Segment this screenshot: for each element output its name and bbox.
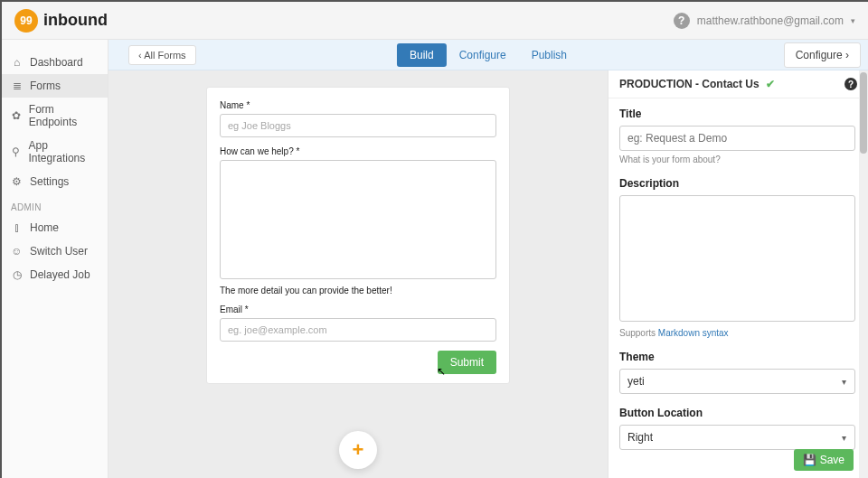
caret-down-icon[interactable]: ▾ <box>851 16 855 25</box>
title-hint: What is your form about? <box>619 155 855 164</box>
sidebar-item-label: Delayed Job <box>30 268 90 281</box>
user-email[interactable]: matthew.rathbone@gmail.com <box>697 14 844 27</box>
title-input[interactable] <box>619 126 855 151</box>
button-location-select[interactable]: Right <box>619 425 855 450</box>
sidebar-item-form-endpoints[interactable]: ✿Form Endpoints <box>2 98 108 134</box>
description-hint: Supports Markdown syntax <box>619 328 855 338</box>
save-icon: 💾 <box>803 454 816 466</box>
tab-configure[interactable]: Configure <box>447 43 519 67</box>
theme-label: Theme <box>619 351 855 363</box>
canvas: Name * How can we help? * The more detai… <box>108 70 608 478</box>
tab-build[interactable]: Build <box>397 43 447 67</box>
description-label: Description <box>619 177 855 190</box>
inspector-title-text: PRODUCTION - Contact Us <box>619 78 760 90</box>
hint-prefix: Supports <box>619 328 658 338</box>
field-label-text: Name <box>220 100 244 110</box>
theme-select[interactable]: yeti <box>619 369 855 394</box>
sidebar-item-settings[interactable]: ⚙Settings <box>2 170 108 193</box>
sidebar-item-label: Form Endpoints <box>29 103 99 128</box>
brand-badge: 99 <box>14 9 38 33</box>
gear-icon: ⚙ <box>11 175 23 188</box>
description-textarea[interactable] <box>619 195 855 322</box>
sidebar-item-app-integrations[interactable]: ⚲App Integrations <box>2 134 108 170</box>
sidebar-item-label: Dashboard <box>30 56 83 69</box>
list-icon: ≣ <box>11 80 23 92</box>
sidebar-item-admin-home[interactable]: ⫿Home <box>2 216 108 239</box>
scrollbar[interactable] <box>859 70 868 478</box>
sidebar-item-label: Switch User <box>30 245 88 258</box>
admin-label: ADMIN <box>2 193 108 216</box>
sidebar-item-dashboard[interactable]: ⌂Dashboard <box>2 51 108 74</box>
user-icon: ☺ <box>11 245 23 258</box>
title-label: Title <box>619 108 855 120</box>
all-forms-button[interactable]: ‹ All Forms <box>128 45 196 65</box>
sidebar-item-label: App Integrations <box>29 139 99 164</box>
inspector-title: PRODUCTION - Contact Us ✔ <box>619 78 775 90</box>
configure-button[interactable]: Configure › <box>784 42 861 68</box>
integrations-icon: ⚲ <box>11 145 22 158</box>
submit-button[interactable]: Submit <box>438 351 496 374</box>
configure-button-label: Configure <box>796 49 843 61</box>
sidebar-item-switch-user[interactable]: ☺Switch User <box>2 239 108 263</box>
status-check-icon: ✔ <box>766 78 775 90</box>
tab-publish[interactable]: Publish <box>519 43 580 67</box>
help-label: How can we help? * <box>220 146 496 156</box>
sidebar-item-label: Forms <box>30 80 61 92</box>
save-button[interactable]: 💾Save <box>794 449 854 471</box>
sidebar-item-label: Settings <box>30 175 69 188</box>
help-icon[interactable]: ? <box>674 13 690 29</box>
all-forms-label: All Forms <box>144 50 185 61</box>
plus-icon: + <box>353 438 364 462</box>
sidebar-item-label: Home <box>30 221 59 234</box>
home-icon: ⌂ <box>11 56 23 69</box>
brand-logo: 99 inbound <box>14 9 108 33</box>
sidebar: ⌂Dashboard ≣Forms ✿Form Endpoints ⚲App I… <box>2 40 108 478</box>
inspector-help-icon[interactable]: ? <box>844 78 857 90</box>
scrollbar-thumb[interactable] <box>860 72 867 154</box>
name-label: Name * <box>220 100 496 110</box>
field-label-text: Email <box>220 305 242 314</box>
add-field-fab[interactable]: + <box>339 431 377 469</box>
help-hint: The more detail you can provide the bett… <box>220 286 496 295</box>
chart-icon: ⫿ <box>11 221 23 234</box>
sidebar-item-delayed-job[interactable]: ◷Delayed Job <box>2 263 108 286</box>
form-card: Name * How can we help? * The more detai… <box>206 87 510 384</box>
sidebar-item-forms[interactable]: ≣Forms <box>2 74 108 98</box>
clock-icon: ◷ <box>11 268 23 281</box>
inspector-panel: PRODUCTION - Contact Us ✔ ? Title What i… <box>608 70 868 478</box>
button-location-label: Button Location <box>619 407 855 419</box>
markdown-syntax-link[interactable]: Markdown syntax <box>658 328 729 338</box>
name-input[interactable] <box>220 114 496 137</box>
field-label-text: How can we help? <box>220 146 294 156</box>
save-label: Save <box>820 454 844 466</box>
help-textarea[interactable] <box>220 160 496 279</box>
endpoints-icon: ✿ <box>11 109 22 122</box>
email-label: Email * <box>220 305 496 314</box>
email-input[interactable] <box>220 318 496 342</box>
brand-name: inbound <box>43 11 108 30</box>
